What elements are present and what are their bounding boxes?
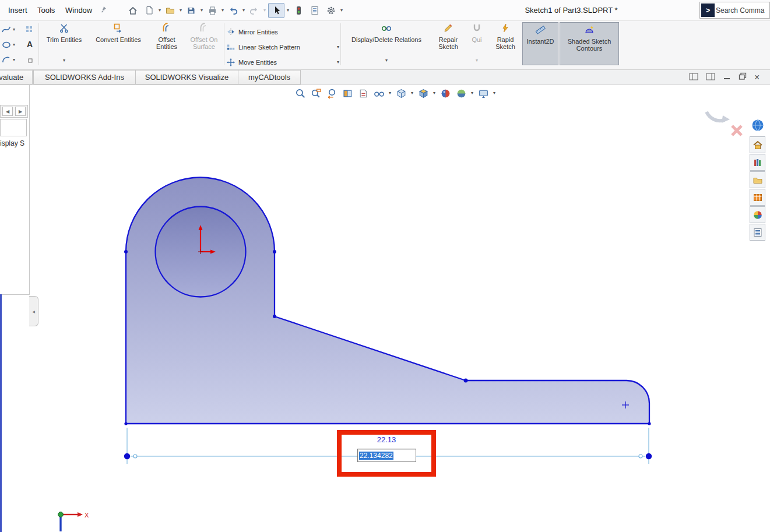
tab-solidworks-visualize[interactable]: SOLIDWORKS Visualize xyxy=(135,70,238,84)
ribbon-tab-row: Evaluate SOLIDWORKS Add-Ins SOLIDWORKS V… xyxy=(0,70,770,85)
window-controls: × xyxy=(689,72,760,83)
ribbon-shaded-sketch-contours[interactable]: Shaded Sketch Contours xyxy=(560,22,619,65)
ribbon-quick-snaps: Qui ▾ xyxy=(465,21,488,64)
ribbon-offset-entities[interactable]: Offset Entities xyxy=(149,21,184,64)
shaded-sketch-contours-icon xyxy=(584,24,595,37)
open-button[interactable] xyxy=(163,3,177,18)
redo-caret: ▾ xyxy=(263,8,266,13)
pin-icon[interactable] xyxy=(99,5,108,17)
report-icon[interactable] xyxy=(308,3,322,18)
search-logo-icon: > xyxy=(701,3,715,17)
options-gear-icon[interactable] xyxy=(324,3,338,18)
text-tool[interactable]: A xyxy=(27,40,33,49)
dimension-endpoint[interactable] xyxy=(124,453,130,459)
rapid-sketch-icon xyxy=(500,23,511,36)
spline-caret[interactable]: ▾ xyxy=(13,27,15,32)
relations-caret[interactable]: ▾ xyxy=(385,58,388,64)
trim-caret[interactable]: ▾ xyxy=(63,58,65,64)
ribbon-move-entities[interactable]: Move Entities ▾ xyxy=(226,56,339,69)
move-entities-caret[interactable]: ▾ xyxy=(337,60,339,65)
convert-entities-icon xyxy=(113,23,124,36)
status-light-icon[interactable] xyxy=(291,3,305,18)
dimension-edit-value[interactable]: 22.134282 xyxy=(359,452,393,460)
select-tool-caret[interactable]: ▾ xyxy=(287,8,289,13)
tab-evaluate[interactable]: Evaluate xyxy=(0,70,33,84)
graphics-area[interactable]: ▾ ▾ ▾ ▾ ▾ ◀ ▶ isplay S ◀ xyxy=(0,85,770,532)
arc-caret[interactable]: ▾ xyxy=(13,58,15,62)
coordinate-triad: X xyxy=(58,512,89,531)
menu-tools[interactable]: Tools xyxy=(34,0,58,21)
print-button[interactable] xyxy=(205,3,219,18)
solidworks-window: Insert Tools Window ▾ ▾ ▾ ▾ ▾ xyxy=(0,0,770,532)
x-axis-label: X xyxy=(85,512,89,519)
new-document-caret[interactable]: ▾ xyxy=(159,8,161,13)
spline-icon xyxy=(1,24,12,35)
undo-button[interactable] xyxy=(226,3,240,18)
ribbon: ▾ ▾ A ▾ Trim Entities ▾ Convert Entities xyxy=(0,21,770,70)
print-caret[interactable]: ▾ xyxy=(221,8,224,13)
linear-pattern-icon xyxy=(226,43,235,52)
linear-pattern-caret[interactable]: ▾ xyxy=(337,45,339,50)
quick-snaps-caret: ▾ xyxy=(476,58,478,64)
search-input[interactable] xyxy=(716,6,767,15)
options-caret[interactable]: ▾ xyxy=(340,8,343,13)
ribbon-rapid-sketch[interactable]: Rapid Sketch xyxy=(490,21,521,64)
menu-bar: Insert Tools Window ▾ ▾ ▾ ▾ ▾ xyxy=(0,0,770,21)
spline-tool[interactable]: ▾ xyxy=(1,24,15,35)
repair-sketch-icon xyxy=(443,23,453,36)
document-title: Sketch1 of Part3.SLDPRT * xyxy=(484,0,659,21)
ribbon-offset-on-surface: Offset On Surface xyxy=(185,21,223,64)
dimension-edit-box[interactable]: 22.134282 xyxy=(357,449,416,462)
mirror-entities-icon xyxy=(226,27,235,37)
offset-entities-icon xyxy=(161,23,172,36)
tab-solidworks-addins[interactable]: SOLIDWORKS Add-Ins xyxy=(33,70,136,84)
ribbon-repair-sketch[interactable]: Repair Sketch xyxy=(433,21,464,64)
select-tool-button[interactable] xyxy=(268,3,284,18)
move-entities-icon xyxy=(226,58,235,67)
instant2d-icon xyxy=(535,24,546,37)
ellipse-icon xyxy=(1,40,12,50)
arc-icon xyxy=(1,55,12,65)
tab-mycadtools[interactable]: myCADtools xyxy=(238,70,301,84)
close-button[interactable]: × xyxy=(754,73,760,82)
trim-entities-icon xyxy=(59,23,69,36)
save-button[interactable] xyxy=(184,3,198,18)
open-caret[interactable]: ▾ xyxy=(180,8,182,13)
menu-window[interactable]: Window xyxy=(62,0,96,21)
point-tool[interactable] xyxy=(28,58,33,63)
search-box: > xyxy=(699,2,770,19)
ribbon-instant2d[interactable]: Instant2D xyxy=(522,22,558,65)
minimize-button[interactable] xyxy=(723,72,731,83)
confirmation-cancel-icon[interactable] xyxy=(732,126,741,135)
save-caret[interactable]: ▾ xyxy=(201,8,203,13)
ribbon-mirror-entities[interactable]: Mirror Entities xyxy=(226,26,339,38)
confirmation-corner[interactable] xyxy=(706,112,741,135)
ribbon-display-delete-relations[interactable]: Display/Delete Relations ▾ xyxy=(342,21,431,64)
quick-toolbar: ▾ ▾ ▾ ▾ ▾ ▾ ▾ xyxy=(126,3,343,18)
offset-on-surface-icon xyxy=(199,23,209,36)
pane-toggle-right-icon[interactable] xyxy=(706,72,715,83)
quick-snaps-icon xyxy=(472,23,482,36)
ellipse-tool[interactable]: ▾ xyxy=(1,40,15,50)
redo-button xyxy=(247,3,261,18)
undo-caret[interactable]: ▾ xyxy=(242,8,245,13)
new-document-button[interactable] xyxy=(142,3,156,18)
home-button[interactable] xyxy=(126,3,140,18)
dimension-endpoint[interactable] xyxy=(646,453,652,459)
arc-tool[interactable]: ▾ xyxy=(1,55,15,65)
display-delete-relations-icon xyxy=(381,23,392,36)
ribbon-convert-entities[interactable]: Convert Entities xyxy=(89,21,148,64)
ellipse-caret[interactable]: ▾ xyxy=(13,43,15,47)
restore-button[interactable] xyxy=(739,72,747,83)
ribbon-linear-sketch-pattern[interactable]: Linear Sketch Pattern ▾ xyxy=(226,41,339,54)
sketch-grid-icon[interactable] xyxy=(26,26,33,33)
ribbon-trim-entities[interactable]: Trim Entities ▾ xyxy=(41,21,87,64)
menu-insert[interactable]: Insert xyxy=(5,0,31,21)
pane-toggle-left-icon[interactable] xyxy=(689,72,698,83)
